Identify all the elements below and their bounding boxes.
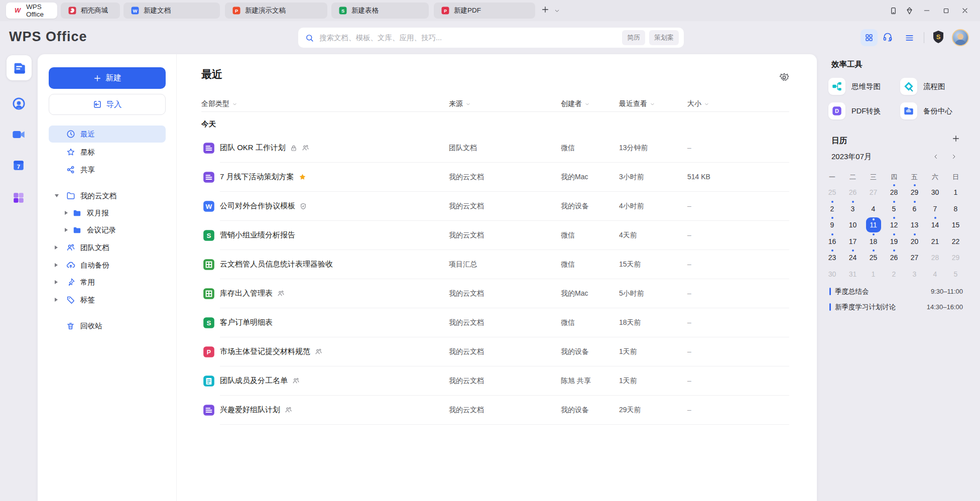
calendar-day-1[interactable]: 1 (945, 184, 966, 200)
search-chip-plan[interactable]: 策划案 (649, 30, 679, 45)
app-strip-item-more-apps[interactable] (12, 191, 26, 205)
calendar-day-5[interactable]: 5 (945, 266, 966, 282)
table-row[interactable]: 7 月线下活动策划方案我的云文档我的Mac3小时前514 KB (38, 163, 817, 192)
filter-5[interactable]: 大小 (687, 98, 709, 109)
user-avatar[interactable] (952, 29, 969, 46)
tool-1[interactable]: 思维导图 (828, 78, 881, 95)
calendar-day-5[interactable]: 5 (884, 201, 904, 217)
calendar-next-button[interactable] (951, 154, 957, 160)
member-s-badge-icon[interactable]: S (932, 30, 945, 44)
members-badge-icon (315, 348, 322, 355)
app-strip-item-docs-home[interactable] (7, 55, 32, 80)
calendar-day-13[interactable]: 13 (904, 217, 925, 233)
tab-document-5[interactable]: P新建PDF (434, 3, 535, 19)
calendar-day-16[interactable]: 16 (822, 233, 842, 249)
calendar-day-19[interactable]: 19 (884, 233, 904, 249)
search-bar[interactable]: 简历 策划案 (298, 28, 684, 48)
table-row[interactable]: S客户订单明细表我的云文档微信18天前– (38, 308, 817, 337)
calendar-day-17[interactable]: 17 (842, 233, 863, 249)
tab-document-3[interactable]: P新建演示文稿 (225, 3, 327, 19)
tool-4[interactable]: 备份中心 (900, 102, 952, 119)
table-row[interactable]: 云文档管人员信息统计表理器验收项目汇总微信15天前– (38, 250, 817, 279)
apps-grid-button[interactable] (861, 29, 878, 46)
calendar-day-31[interactable]: 31 (842, 266, 863, 282)
filter-4[interactable]: 最近查看 (619, 98, 655, 109)
table-row[interactable]: W公司对外合作协议模板我的云文档我的设备4小时前– (38, 192, 817, 221)
support-headset-icon[interactable] (883, 32, 893, 42)
table-row[interactable]: 兴趣爱好组队计划我的云文档我的设备29天前– (38, 396, 817, 425)
new-document-button[interactable]: 新建 (49, 67, 166, 89)
calendar-day-3[interactable]: 3 (842, 201, 863, 217)
mobile-sync-icon[interactable] (887, 5, 900, 17)
app-strip-item-calendar[interactable]: 7 (12, 158, 26, 172)
filter-2[interactable]: 来源 (449, 98, 470, 109)
app-strip-item-chat[interactable] (12, 96, 26, 110)
app-strip-item-meeting[interactable] (12, 128, 26, 142)
calendar-day-26[interactable]: 26 (842, 184, 863, 200)
search-chip-resume[interactable]: 简历 (622, 30, 645, 45)
page-title: 最近 (201, 67, 222, 81)
menu-hamburger-icon[interactable] (905, 33, 914, 43)
calendar-day-26[interactable]: 26 (884, 249, 904, 266)
calendar-event[interactable]: 新季度学习计划讨论14:30–16:00 (829, 302, 963, 312)
list-settings-gear-icon[interactable] (779, 72, 789, 82)
search-input[interactable] (318, 33, 618, 42)
filter-3[interactable]: 创建者 (561, 98, 589, 109)
calendar-day-18[interactable]: 18 (863, 233, 884, 249)
calendar-day-6[interactable]: 6 (904, 201, 925, 217)
calendar-day-29[interactable]: 29 (904, 184, 925, 200)
tab-home[interactable]: WWPS Office (6, 3, 57, 19)
table-row[interactable]: S营销小组业绩分析报告我的云文档微信4天前– (38, 221, 817, 250)
calendar-prev-button[interactable] (933, 154, 939, 160)
calendar-day-8[interactable]: 8 (945, 201, 966, 217)
new-tab-button[interactable] (541, 6, 549, 14)
docer-icon (68, 6, 77, 15)
calendar-day-23[interactable]: 23 (822, 249, 842, 266)
tab-document-4[interactable]: S新建表格 (331, 3, 429, 19)
calendar-day-22[interactable]: 22 (945, 233, 966, 249)
import-button[interactable]: 导入 (49, 94, 166, 115)
tab-list-chevron-icon[interactable] (554, 8, 560, 14)
calendar-event[interactable]: 季度总结会9:30–11:00 (829, 287, 963, 297)
calendar-day-27[interactable]: 27 (904, 249, 925, 266)
calendar-day-28[interactable]: 28 (925, 249, 945, 266)
tool-2[interactable]: 流程图 (900, 78, 945, 95)
membership-gem-icon[interactable] (903, 5, 916, 17)
calendar-day-3[interactable]: 3 (904, 266, 925, 282)
calendar-day-1[interactable]: 1 (863, 266, 884, 282)
calendar-day-24[interactable]: 24 (842, 249, 863, 266)
event-dot (831, 217, 833, 219)
calendar-day-29[interactable]: 29 (945, 249, 966, 266)
calendar-day-4[interactable]: 4 (925, 266, 945, 282)
calendar-day-12[interactable]: 12 (884, 217, 904, 233)
tab-document-1[interactable]: 稻壳商城 (61, 3, 120, 19)
table-row[interactable]: 库存出入管理表我的云文档我的Mac5小时前– (38, 279, 817, 308)
close-button[interactable] (958, 5, 971, 17)
table-row[interactable]: 团队成员及分工名单我的云文档陈旭 共享1天前– (38, 366, 817, 396)
calendar-day-25[interactable]: 25 (863, 249, 884, 266)
calendar-day-27[interactable]: 27 (863, 184, 884, 200)
tab-document-2[interactable]: W新建文档 (124, 3, 220, 19)
calendar-day-28[interactable]: 28 (884, 184, 904, 200)
calendar-day-15[interactable]: 15 (945, 217, 966, 233)
calendar-day-14[interactable]: 14 (925, 217, 945, 233)
calendar-day-21[interactable]: 21 (925, 233, 945, 249)
minimize-button[interactable] (920, 5, 933, 17)
calendar-day-11[interactable]: 11 (863, 217, 884, 233)
calendar-day-30[interactable]: 30 (925, 184, 945, 200)
calendar-day-2[interactable]: 2 (884, 266, 904, 282)
calendar-day-4[interactable]: 4 (863, 201, 884, 217)
calendar-day-9[interactable]: 9 (822, 217, 842, 233)
calendar-day-30[interactable]: 30 (822, 266, 842, 282)
table-row[interactable]: P市场主体登记提交材料规范我的云文档我的设备1天前– (38, 337, 817, 366)
tool-3[interactable]: DPDF转换 (828, 102, 881, 119)
calendar-day-7[interactable]: 7 (925, 201, 945, 217)
calendar-add-event-button[interactable] (952, 135, 960, 143)
calendar-day-25[interactable]: 25 (822, 184, 842, 200)
maximize-button[interactable] (939, 5, 952, 17)
table-row[interactable]: 团队 OKR 工作计划团队文档微信13分钟前– (38, 134, 817, 163)
filter-1[interactable]: 全部类型 (201, 98, 237, 109)
calendar-day-10[interactable]: 10 (842, 217, 863, 233)
calendar-day-20[interactable]: 20 (904, 233, 925, 249)
calendar-day-2[interactable]: 2 (822, 201, 842, 217)
